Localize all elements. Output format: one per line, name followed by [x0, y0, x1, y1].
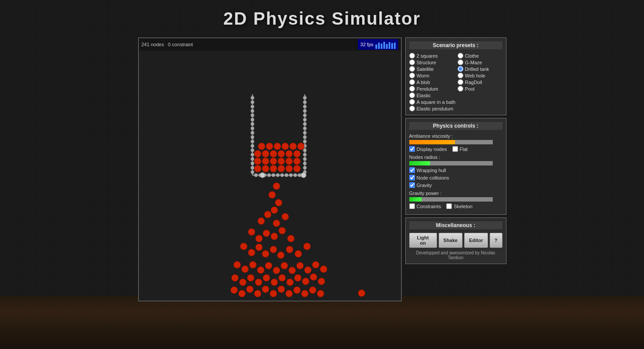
scenario-ablob[interactable]: A blob: [409, 79, 454, 85]
svg-point-20: [251, 166, 254, 169]
svg-point-124: [318, 278, 325, 285]
svg-point-26: [303, 114, 306, 117]
svg-point-61: [262, 158, 269, 165]
svg-point-46: [280, 173, 284, 177]
scenario-pool-radio[interactable]: [458, 86, 463, 92]
svg-point-62: [270, 158, 277, 165]
scenario-grid: 2 squares Clothe Structure G-Maze: [409, 53, 502, 111]
scenario-asquareinabath[interactable]: A square in a bath: [409, 99, 502, 105]
flat-checkbox-item[interactable]: Flat: [452, 146, 468, 152]
scenario-clothe[interactable]: Clothe: [458, 53, 502, 59]
svg-point-113: [231, 274, 238, 281]
scenario-drilledtank-radio[interactable]: [458, 66, 463, 72]
svg-point-80: [275, 199, 282, 206]
scenario-webhole-radio[interactable]: [458, 73, 463, 78]
node-collisions-checkbox-item[interactable]: Node collisions: [409, 175, 449, 180]
scenario-satellite-radio[interactable]: [409, 66, 415, 72]
svg-point-72: [258, 143, 265, 150]
svg-point-31: [303, 136, 306, 139]
svg-point-117: [263, 274, 270, 281]
display-nodes-checkbox[interactable]: [409, 146, 415, 152]
svg-point-133: [293, 287, 300, 294]
gravity-power-slider[interactable]: [409, 197, 493, 202]
svg-point-120: [286, 279, 293, 286]
credit-text: Developped and awesomized by Nicolas Tam…: [409, 250, 502, 260]
ambiance-viscosity-slider[interactable]: [409, 140, 493, 144]
svg-point-100: [303, 243, 310, 250]
svg-point-12: [251, 131, 254, 135]
svg-point-121: [294, 274, 301, 281]
svg-point-52: [260, 173, 265, 178]
svg-point-123: [310, 273, 317, 280]
scenario-pendulum-radio[interactable]: [409, 86, 415, 92]
svg-point-93: [248, 249, 255, 256]
scenario-satellite[interactable]: Satellite: [409, 66, 454, 72]
svg-point-134: [301, 290, 308, 297]
svg-point-25: [303, 109, 306, 113]
help-button[interactable]: ?: [490, 233, 502, 248]
svg-point-103: [249, 261, 256, 268]
scenario-ragdoll-radio[interactable]: [458, 79, 463, 85]
scenario-elasticpendulum-label: Elastic pendulum: [417, 106, 454, 111]
skeleton-checkbox[interactable]: [446, 203, 452, 209]
svg-point-71: [293, 150, 300, 157]
shake-button[interactable]: Shake: [439, 233, 462, 248]
svg-point-110: [304, 267, 311, 274]
node-collisions-checkbox[interactable]: [409, 175, 415, 180]
svg-point-44: [271, 173, 275, 177]
scenario-pendulum[interactable]: Pendulum: [409, 86, 454, 92]
svg-point-21: [251, 170, 254, 174]
svg-point-82: [258, 217, 265, 224]
scenario-gmaze[interactable]: G-Maze: [458, 59, 502, 65]
svg-point-111: [312, 261, 319, 268]
scenario-ragdoll[interactable]: RagDoll: [458, 79, 502, 85]
scenario-elastic[interactable]: Elastic: [409, 92, 454, 98]
scenario-gmaze-radio[interactable]: [458, 59, 463, 65]
scenario-worm[interactable]: Worm: [409, 73, 454, 78]
scenario-clothe-radio[interactable]: [458, 53, 463, 59]
svg-point-81: [270, 207, 277, 214]
scenario-structure-radio[interactable]: [409, 59, 415, 65]
svg-point-101: [233, 261, 240, 268]
wrapping-hull-checkbox[interactable]: [409, 167, 415, 173]
svg-point-132: [285, 290, 292, 297]
scenario-asquareinabath-radio[interactable]: [409, 99, 415, 105]
scenario-pool[interactable]: Pool: [458, 86, 502, 92]
editor-button[interactable]: Editor: [464, 233, 488, 248]
svg-point-84: [273, 220, 280, 227]
svg-point-14: [251, 140, 254, 143]
gravity-checkbox-item[interactable]: Gravity: [409, 182, 432, 188]
svg-point-13: [251, 136, 254, 139]
scenario-structure[interactable]: Structure: [409, 59, 454, 65]
scenario-elasticpendulum-radio[interactable]: [409, 106, 415, 111]
svg-point-38: [303, 166, 306, 169]
svg-point-53: [301, 173, 306, 178]
scenario-elasticpendulum[interactable]: Elastic pendulum: [409, 106, 502, 111]
svg-point-11: [251, 127, 254, 130]
svg-point-99: [295, 250, 302, 257]
flat-checkbox[interactable]: [452, 146, 458, 152]
constraints-checkbox[interactable]: [409, 203, 415, 209]
constraints-checkbox-item[interactable]: Constraints: [409, 203, 441, 209]
svg-point-68: [270, 150, 277, 157]
nodes-radius-slider[interactable]: [409, 161, 493, 165]
gravity-checkbox[interactable]: [409, 182, 415, 188]
svg-point-98: [286, 246, 293, 253]
svg-point-66: [254, 150, 261, 157]
scenario-worm-radio[interactable]: [409, 73, 415, 78]
scenario-2squares[interactable]: 2 squares: [409, 53, 454, 59]
display-nodes-checkbox-item[interactable]: Display nodes: [409, 146, 447, 152]
simulation-viewport[interactable]: [139, 51, 401, 301]
light-on-button[interactable]: Light on: [409, 233, 437, 248]
svg-point-55: [262, 165, 269, 172]
node-collisions-label: Node collisions: [417, 175, 449, 180]
scenario-drilledtank[interactable]: Drilled tank: [458, 66, 502, 72]
simulator-canvas-area[interactable]: 241 nodes 0 constraint 32 fps: [138, 37, 402, 301]
scenario-2squares-radio[interactable]: [409, 53, 415, 59]
scenario-ablob-radio[interactable]: [409, 79, 415, 85]
skeleton-checkbox-item[interactable]: Skeleton: [446, 203, 473, 209]
scenario-webhole[interactable]: Web hole: [458, 73, 502, 78]
scenario-elastic-radio[interactable]: [409, 92, 415, 98]
svg-point-95: [262, 250, 269, 257]
wrapping-hull-checkbox-item[interactable]: Wrapping hull: [409, 167, 446, 173]
